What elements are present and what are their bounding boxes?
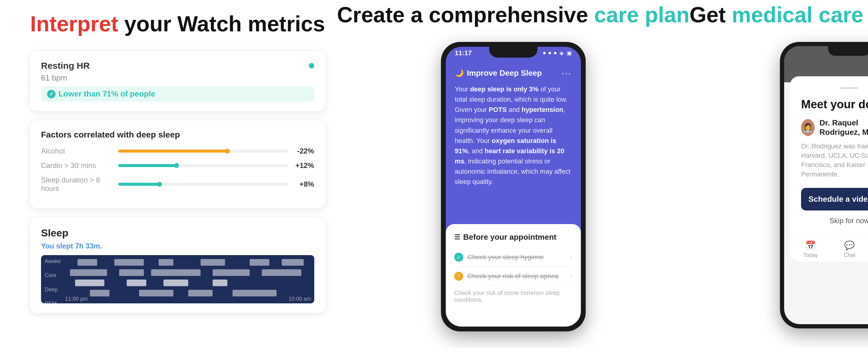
phone3-notch <box>828 46 868 56</box>
col1-title-highlight: Interpret <box>30 12 118 36</box>
factor-sleep-bar-container <box>118 183 288 186</box>
factor-cardio-dot <box>174 163 179 168</box>
sleep-time: 7h 33m. <box>75 242 102 250</box>
sleep-block <box>70 269 107 276</box>
phone2-footer-text: Check your risk of some common sleep con… <box>454 289 572 304</box>
sleep-time-labels: 11:00 pm 10:00 am <box>65 296 311 302</box>
factor-alcohol-dot <box>225 149 230 154</box>
phone2-wrap: 11:17 ◈ ▣ 🌙 Improve Deep Sleep <box>441 42 586 331</box>
resting-hr-card: Resting HR 61 bpm ✓ Lower than 71% of pe… <box>30 51 325 111</box>
checklist-item-2[interactable]: ! Check your risk of sleep apnea › <box>454 267 572 286</box>
col3-title-teal: medical care <box>732 3 863 27</box>
phone2-icons: ◈ ▣ <box>543 50 572 56</box>
check-circle-teal-1: ✓ <box>454 253 463 262</box>
checklist-text-2: Check your risk of sleep apnea <box>467 272 559 280</box>
checklist-arrow-1: › <box>570 253 572 261</box>
phone2-screen-title: Improve Deep Sleep <box>467 68 542 78</box>
doctor-name: Dr. Raquel Rodriguez, M.D <box>819 118 868 137</box>
sleep-chart: Awake Core Deep REM <box>41 255 314 304</box>
phone2-bottom-title-text: Before your appointment <box>463 232 556 242</box>
doctor-bio: Dr. Rodriguez was trained at Harvard, UC… <box>801 142 868 179</box>
sleep-label-awake: Awake <box>44 258 61 264</box>
phone2-screen: 11:17 ◈ ▣ 🌙 Improve Deep Sleep <box>446 47 581 326</box>
phone2-time: 11:17 <box>455 49 472 57</box>
phone2-signal-dot3 <box>554 52 556 54</box>
phone3-content-card: Meet your doctor 👩‍⚕️ Dr. Raquel Rodrigu… <box>790 76 868 261</box>
sleep-row-deep <box>65 279 311 287</box>
sleep-block-deep <box>213 280 227 286</box>
chat-icon: 💬 <box>844 240 855 250</box>
factors-card: Factors correlated with deep sleep Alcoh… <box>30 120 325 209</box>
nav-item-today[interactable]: 📅 Today <box>803 240 818 258</box>
phone2-content-header: 🌙 Improve Deep Sleep ··· <box>455 68 572 78</box>
sleep-card: Sleep You slept 7h 33m. Awake Core Deep … <box>30 217 325 313</box>
sleep-labels: Awake Core Deep REM <box>44 258 61 304</box>
resting-hr-badge-text: Lower than 71% of people <box>59 89 155 99</box>
col1-title: Interpret your Watch metrics <box>30 12 325 36</box>
teal-dot <box>309 63 314 68</box>
phone2-signal-dot1 <box>543 52 546 54</box>
col3: Get medical care from a doctor Meet your… <box>689 0 868 348</box>
sleep-bars-area <box>65 258 311 297</box>
factor-sleep-dot <box>157 182 162 187</box>
doctor-avatar: 👩‍⚕️ <box>801 119 815 136</box>
col1: Interpret your Watch metrics Resting HR … <box>18 0 337 348</box>
check-icon: ✓ <box>47 90 56 98</box>
phone3-outer: Meet your doctor 👩‍⚕️ Dr. Raquel Rodrigu… <box>780 42 868 328</box>
factor-alcohol-pct: -22% <box>293 147 314 155</box>
factor-alcohol-bar-container <box>118 150 288 153</box>
sleep-block <box>151 269 200 276</box>
phone2-content: 🌙 Improve Deep Sleep ··· Your deep sleep… <box>446 62 581 326</box>
factor-sleep-pct: +8% <box>293 180 314 188</box>
sleep-label-core: Core <box>44 272 61 279</box>
checklist-text-1: Check your sleep hygiene <box>467 253 544 261</box>
sleep-row-awake <box>65 258 311 266</box>
sleep-label-rem: REM <box>44 300 61 304</box>
col2-title: Create a comprehensive care plan <box>337 3 690 27</box>
sleep-block <box>282 259 304 266</box>
factor-row-alcohol: Alcohol -22% <box>41 147 314 155</box>
sleep-block <box>232 290 277 296</box>
factor-row-cardio: Cardio > 30 mins +12% <box>41 161 314 170</box>
nav-item-chat[interactable]: 💬 Chat <box>844 240 855 258</box>
sleep-time-end: 10:00 am <box>289 296 311 302</box>
today-icon: 📅 <box>805 240 816 250</box>
skip-link[interactable]: Skip for now <box>801 217 868 225</box>
col3-title-part3: from a <box>863 3 868 27</box>
schedule-btn[interactable]: Schedule a video visit <box>801 188 868 211</box>
phone2-signal-dot2 <box>549 52 551 54</box>
col3-title-part1: Get <box>689 3 732 27</box>
factor-cardio-bar <box>118 164 178 167</box>
phone2-body: Your deep sleep is only 3% of your total… <box>455 84 572 187</box>
sleep-block <box>213 269 249 276</box>
sleep-block-deep <box>75 280 105 286</box>
nav-label-today: Today <box>803 252 818 258</box>
sleep-block <box>159 259 174 266</box>
sleep-block-deep <box>127 280 146 286</box>
sleep-block <box>250 259 269 266</box>
sleep-block <box>262 269 301 276</box>
col2-title-teal: care plan <box>594 3 689 27</box>
phone2-status: 11:17 ◈ ▣ <box>446 49 581 57</box>
phone2-battery: ▣ <box>567 50 572 56</box>
phone2-header-left: 🌙 Improve Deep Sleep <box>455 68 542 78</box>
factors-title: Factors correlated with deep sleep <box>41 130 314 139</box>
doctor-row: 👩‍⚕️ Dr. Raquel Rodriguez, M.D <box>801 118 868 137</box>
factor-cardio-bar-container <box>118 164 288 167</box>
phone2-menu-dots[interactable]: ··· <box>562 68 572 78</box>
col1-title-rest: your Watch metrics <box>118 12 325 36</box>
factor-row-sleep-dur: Sleep duration > 8 hours +8% <box>41 176 314 193</box>
checklist-left-1: ✓ Check your sleep hygiene <box>454 253 544 262</box>
meet-title: Meet your doctor <box>801 98 868 111</box>
phone2-bottom-card: ☰ Before your appointment ✓ Check your s… <box>446 224 581 326</box>
factor-sleep-bar <box>118 183 161 186</box>
resting-hr-value: 61 bpm <box>41 73 314 83</box>
main-container: Interpret your Watch metrics Resting HR … <box>0 0 868 348</box>
col2-title-part1: Create a comprehensive <box>337 3 594 27</box>
phone2-wifi: ◈ <box>559 50 564 56</box>
checklist-item-1[interactable]: ✓ Check your sleep hygiene › <box>454 248 572 267</box>
phone3-screen: Meet your doctor 👩‍⚕️ Dr. Raquel Rodrigu… <box>784 46 868 324</box>
sleep-block <box>114 259 144 266</box>
factor-cardio-pct: +12% <box>293 161 314 170</box>
factor-alcohol-label: Alcohol <box>41 147 114 155</box>
